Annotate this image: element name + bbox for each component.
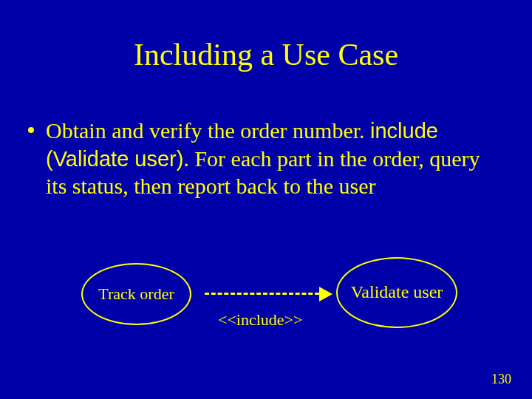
page-number: 130 <box>491 372 511 387</box>
usecase-right-label: Validate user <box>351 282 443 303</box>
slide: Including a Use Case Obtain and verify t… <box>0 0 532 399</box>
bullet-marker-icon <box>28 127 34 133</box>
arrow-shaft <box>205 293 319 295</box>
arrow-head-icon <box>319 287 332 301</box>
slide-title: Including a Use Case <box>0 37 532 72</box>
include-arrow-icon <box>205 293 319 296</box>
include-stereotype-label: <<include>> <box>218 310 302 330</box>
usecase-diagram: Track order <<include>> Validate user <box>0 257 532 361</box>
bullet-item: Obtain and verify the order number. incl… <box>46 117 488 200</box>
usecase-track-order: Track order <box>81 263 191 325</box>
usecase-validate-user: Validate user <box>336 257 457 328</box>
bullet-text-1: Obtain and verify the order number. <box>46 118 370 143</box>
usecase-left-label: Track order <box>98 284 174 303</box>
